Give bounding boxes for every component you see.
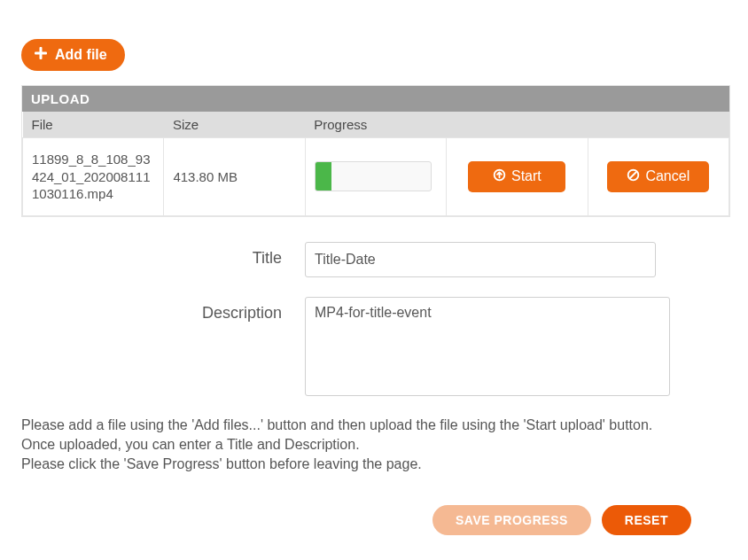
upload-icon	[493, 168, 506, 185]
help-line-3: Please click the 'Save Progress' button …	[21, 455, 730, 474]
help-line-2: Once uploaded, you can enter a Title and…	[21, 435, 730, 455]
help-text: Please add a file using the 'Add files..…	[21, 416, 730, 475]
add-file-button[interactable]: Add file	[21, 39, 125, 71]
file-size: 413.80 MB	[164, 138, 305, 216]
svg-rect-1	[35, 52, 47, 55]
col-header-file: File	[23, 112, 164, 138]
start-button[interactable]: Start	[468, 161, 565, 192]
help-line-1: Please add a file using the 'Add files..…	[21, 416, 730, 435]
progress-fill	[316, 162, 331, 191]
description-textarea[interactable]	[305, 297, 670, 396]
add-file-label: Add file	[55, 47, 107, 63]
form-area: Title Description	[21, 242, 730, 396]
cancel-label: Cancel	[645, 168, 690, 184]
cancel-button[interactable]: Cancel	[607, 161, 709, 192]
progress-bar	[315, 161, 432, 191]
upload-table: File Size Progress 11899_8_8_108_93424_0…	[22, 112, 729, 216]
svg-line-4	[631, 172, 637, 178]
cancel-icon	[627, 168, 640, 185]
col-header-progress: Progress	[305, 112, 446, 138]
upload-section: UPLOAD File Size Progress 11899_8_8_108_…	[21, 85, 730, 217]
col-header-size: Size	[164, 112, 305, 138]
upload-section-title: UPLOAD	[22, 86, 729, 112]
file-name: 11899_8_8_108_93424_01_2020081111030116.…	[32, 151, 154, 203]
description-label: Description	[21, 297, 305, 323]
plus-icon	[34, 46, 48, 64]
title-label: Title	[21, 242, 305, 268]
start-label: Start	[511, 168, 542, 184]
save-progress-button[interactable]: SAVE PROGRESS	[432, 505, 591, 535]
title-input[interactable]	[305, 242, 656, 277]
reset-button[interactable]: RESET	[602, 505, 691, 535]
table-row: 11899_8_8_108_93424_01_2020081111030116.…	[23, 138, 729, 216]
bottom-actions: SAVE PROGRESS RESET	[21, 505, 730, 535]
